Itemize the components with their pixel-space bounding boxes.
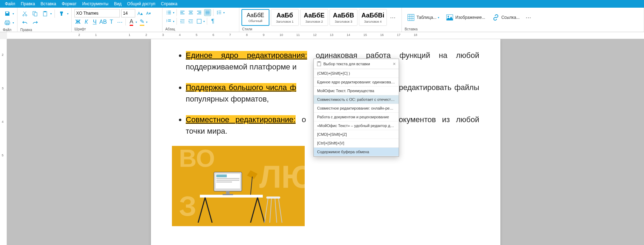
style-heading2[interactable]: АаБбЕ Заголовок 2: [300, 9, 328, 26]
svg-rect-15: [180, 11, 184, 12]
menu-help[interactable]: Справка: [158, 0, 180, 7]
menu-view[interactable]: Вид: [111, 0, 124, 7]
menu-insert[interactable]: Вставка: [38, 0, 59, 7]
popup-item[interactable]: [CMD]+[Shift]+[Z]: [314, 130, 399, 139]
sub-super-button[interactable]: T: [108, 18, 115, 25]
svg-rect-23: [197, 14, 201, 14]
ruler-horizontal[interactable]: 21123456789101112131415161718: [7, 32, 644, 39]
style-heading3[interactable]: АаБбВ Заголовок 3: [330, 9, 357, 26]
highlighted-text: Единое ядро редактирования:: [186, 51, 307, 60]
chevron-down-icon[interactable]: ▾: [13, 12, 14, 15]
styles-more-button[interactable]: ⋯: [388, 13, 397, 22]
chevron-down-icon[interactable]: ▾: [50, 12, 52, 15]
font-shrink-button[interactable]: A▾: [145, 10, 152, 17]
svg-rect-20: [189, 14, 193, 14]
document-image[interactable]: ВО З ЛЮ: [172, 146, 305, 226]
menu-tools[interactable]: Инструменты: [79, 0, 111, 7]
insert-link-label: Ссылка...: [501, 15, 520, 20]
svg-rect-24: [205, 11, 210, 12]
svg-rect-62: [216, 181, 232, 183]
popup-item[interactable]: [Ctrl]+[Shift]+[V]: [314, 139, 399, 148]
menu-share[interactable]: Общий доступ: [124, 0, 158, 7]
group-label-file: Файл: [3, 28, 14, 32]
style-heading1[interactable]: АаБб Заголовок 1: [271, 9, 299, 26]
popup-item[interactable]: Работа с документом и рецензирование: [314, 113, 399, 121]
outdent-button[interactable]: [179, 18, 186, 25]
chevron-down-icon[interactable]: ▾: [223, 11, 225, 14]
svg-rect-10: [168, 11, 171, 12]
menu-format[interactable]: Формат: [59, 0, 80, 7]
indent-button[interactable]: [187, 18, 194, 25]
style-label: Заголовок 2: [305, 20, 323, 23]
chevron-down-icon[interactable]: ▾: [173, 20, 174, 23]
svg-rect-52: [200, 195, 263, 198]
menu-edit[interactable]: Правка: [18, 0, 38, 7]
strike-button[interactable]: AB: [100, 18, 107, 25]
table-icon: [407, 14, 414, 21]
numbered-list-button[interactable]: 12: [165, 18, 172, 25]
svg-text:ЛЮ: ЛЮ: [259, 159, 305, 194]
insert-table-label: Таблица...: [417, 15, 436, 20]
popup-item[interactable]: Содержимое буфера обмена: [314, 148, 399, 156]
chevron-down-icon[interactable]: ▾: [173, 11, 174, 14]
insert-table-button[interactable]: Таблица... ▾: [405, 13, 442, 22]
paragraph-mark-button[interactable]: ¶: [209, 18, 216, 25]
insert-link-button[interactable]: Ссылка...: [490, 13, 522, 22]
highlight-color-button[interactable]: ✎: [138, 18, 145, 25]
popup-item[interactable]: Единое ядро редактирования: одинаковая р…: [314, 78, 399, 87]
more-font-button[interactable]: ⋯: [116, 18, 123, 25]
italic-button[interactable]: К: [83, 18, 90, 25]
chevron-down-icon[interactable]: ▾: [13, 21, 14, 24]
svg-rect-8: [44, 11, 46, 12]
chevron-down-icon[interactable]: ▾: [146, 21, 147, 24]
svg-rect-18: [189, 11, 193, 12]
align-left-button[interactable]: [179, 9, 186, 16]
save-button[interactable]: [3, 9, 12, 18]
font-color-button[interactable]: A: [128, 18, 135, 25]
copy-button[interactable]: [30, 9, 39, 18]
chevron-down-icon[interactable]: ▾: [203, 20, 205, 23]
style-heading4[interactable]: АаБбВі Заголовок 4: [359, 9, 387, 26]
cut-button[interactable]: [20, 9, 29, 18]
chevron-down-icon[interactable]: ▾: [67, 12, 68, 15]
page[interactable]: Единое ядро редактирования: одинаковая р…: [151, 39, 500, 245]
insert-more-button[interactable]: ⋯: [524, 13, 533, 22]
font-size-select[interactable]: [121, 9, 135, 17]
format-painter-button[interactable]: [58, 9, 66, 18]
link-icon: [492, 14, 499, 21]
popup-item[interactable]: Совместимость с ОС: работает с отечестве…: [314, 95, 399, 104]
popup-item[interactable]: «МойОфис Текст» – удобный редактор для р…: [314, 121, 399, 130]
align-center-button[interactable]: [187, 9, 194, 16]
popup-title: Выбор текста для вставки: [324, 62, 391, 66]
popup-item[interactable]: Совместное редактирование: онлайн-редакт…: [314, 104, 399, 113]
highlighted-text: Поддержка большого числа ф: [186, 83, 296, 92]
ruler-vertical[interactable]: 2345: [0, 39, 7, 245]
undo-button[interactable]: [20, 18, 29, 27]
style-label: Заголовок 1: [276, 20, 294, 23]
menu-file[interactable]: Файл: [2, 0, 18, 7]
borders-button[interactable]: [196, 18, 203, 25]
font-grow-button[interactable]: A▴: [137, 10, 144, 17]
line-spacing-button[interactable]: [216, 9, 223, 16]
close-icon[interactable]: ×: [393, 61, 396, 67]
style-preview: АаБб: [276, 12, 293, 19]
menubar: Файл Правка Вставка Формат Инструменты В…: [0, 0, 644, 8]
align-right-button[interactable]: [196, 9, 203, 16]
popup-item[interactable]: (CMD)+[Shift]+[C] ): [314, 69, 399, 78]
paste-popup: Выбор текста для вставки × (CMD)+[Shift]…: [313, 59, 399, 157]
popup-item[interactable]: МойОфис Текст. Преимущества: [314, 87, 399, 95]
redo-button[interactable]: [31, 18, 40, 27]
paste-button[interactable]: [41, 9, 50, 18]
insert-image-button[interactable]: Изображение...: [443, 13, 488, 22]
document-area[interactable]: Единое ядро редактирования: одинаковая р…: [7, 39, 644, 245]
print-button[interactable]: [3, 18, 12, 27]
underline-button[interactable]: Ч: [91, 18, 98, 25]
font-name-select[interactable]: [74, 9, 120, 17]
chevron-down-icon[interactable]: ▾: [136, 21, 137, 24]
svg-rect-1: [5, 22, 10, 24]
align-justify-button[interactable]: [204, 9, 211, 16]
style-preview: АаБбЕ: [247, 12, 264, 18]
bullet-list-button[interactable]: [165, 9, 172, 16]
style-normal[interactable]: АаБбЕ Обычный: [241, 9, 269, 26]
bold-button[interactable]: Ж: [74, 18, 81, 25]
